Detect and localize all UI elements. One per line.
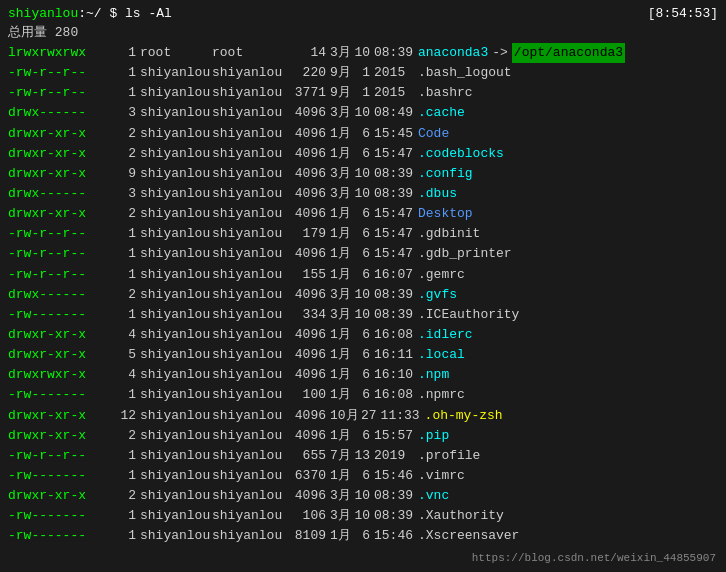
file-links: 1 [118,385,136,405]
file-name: .ICEauthority [418,305,519,325]
file-links: 1 [118,244,136,264]
file-group: shiyanlou [212,426,284,446]
file-time: 15:46 [374,526,414,546]
file-name: .gdbinit [418,224,480,244]
file-month: 1月 [330,426,352,446]
file-month: 3月 [330,305,352,325]
file-size: 8109 [284,526,326,546]
file-row: drwxrwxr-x 4 shiyanlou shiyanlou4096 1月6… [8,365,718,385]
file-name: .npm [418,365,449,385]
file-month: 1月 [330,365,352,385]
file-day: 6 [352,345,370,365]
file-name: .cache [418,103,465,123]
file-month: 1月 [330,224,352,244]
file-perms: drwx------ [8,103,118,123]
file-links: 1 [118,466,136,486]
file-owner: shiyanlou [140,325,212,345]
file-owner: root [140,43,212,63]
file-time: 2015 [374,63,414,83]
file-day: 6 [352,526,370,546]
file-row: drwxr-xr-x 2 shiyanlou shiyanlou4096 1月6… [8,144,718,164]
file-time: 15:57 [374,426,414,446]
symlink-target: /opt/anaconda3 [512,43,625,63]
file-size: 3771 [284,83,326,103]
file-perms: drwxr-xr-x [8,406,118,426]
file-day: 6 [352,325,370,345]
file-day: 6 [352,365,370,385]
file-day: 6 [352,265,370,285]
file-size: 6370 [284,466,326,486]
file-group: shiyanlou [212,466,284,486]
file-links: 1 [118,305,136,325]
file-month: 3月 [330,184,352,204]
file-row: -rw-r--r-- 1 shiyanlou shiyanlou655 7月13… [8,446,718,466]
file-links: 2 [118,124,136,144]
file-row: drwxr-xr-x 9 shiyanlou shiyanlou4096 3月1… [8,164,718,184]
file-day: 6 [352,124,370,144]
file-size: 4096 [284,486,326,506]
file-size: 100 [284,385,326,405]
file-group: shiyanlou [212,265,284,285]
file-list: lrwxrwxrwx 1 root root14 3月1008:39anacon… [8,43,718,547]
file-row: -rw-r--r-- 1 shiyanlou shiyanlou3771 9月1… [8,83,718,103]
file-row: -rw------- 1 shiyanlou shiyanlou8109 1月6… [8,526,718,546]
file-day: 6 [352,426,370,446]
file-links: 2 [118,204,136,224]
file-group: shiyanlou [212,406,284,426]
file-time: 15:46 [374,466,414,486]
file-day: 10 [352,103,370,123]
file-size: 4096 [284,184,326,204]
file-links: 4 [118,365,136,385]
file-name: .config [418,164,473,184]
file-month: 3月 [330,506,352,526]
file-perms: -rw------- [8,305,118,325]
file-size: 4096 [284,365,326,385]
file-month: 3月 [330,486,352,506]
file-size: 4096 [284,204,326,224]
file-name: .profile [418,446,480,466]
file-links: 2 [118,486,136,506]
file-name: .gdb_printer [418,244,512,264]
file-row: drwx------ 3 shiyanlou shiyanlou4096 3月1… [8,184,718,204]
file-group: shiyanlou [212,83,284,103]
file-links: 1 [118,526,136,546]
file-month: 10月 [330,406,359,426]
file-size: 179 [284,224,326,244]
file-perms: drwxr-xr-x [8,345,118,365]
file-owner: shiyanlou [140,184,212,204]
file-owner: shiyanlou [140,204,212,224]
file-perms: -rw-r--r-- [8,446,118,466]
file-month: 3月 [330,164,352,184]
file-size: 4096 [284,244,326,264]
file-month: 1月 [330,265,352,285]
file-owner: shiyanlou [140,406,212,426]
file-row: drwxr-xr-x 2 shiyanlou shiyanlou4096 1月6… [8,426,718,446]
file-row: drwxr-xr-x 2 shiyanlou shiyanlou4096 1月6… [8,204,718,224]
file-size: 220 [284,63,326,83]
file-perms: drwxrwxr-x [8,365,118,385]
file-row: -rw-r--r-- 1 shiyanlou shiyanlou179 1月61… [8,224,718,244]
file-name: .bashrc [418,83,473,103]
file-time: 16:08 [374,385,414,405]
file-day: 6 [352,466,370,486]
file-owner: shiyanlou [140,365,212,385]
file-group: shiyanlou [212,345,284,365]
file-time: 08:39 [374,43,414,63]
file-links: 5 [118,345,136,365]
file-row: drwxr-xr-x 2 shiyanlou shiyanlou4096 1月6… [8,124,718,144]
file-group: shiyanlou [212,506,284,526]
file-month: 3月 [330,103,352,123]
file-group: shiyanlou [212,63,284,83]
file-perms: -rw------- [8,526,118,546]
file-month: 1月 [330,526,352,546]
file-size: 655 [284,446,326,466]
file-time: 16:07 [374,265,414,285]
file-row: drwxr-xr-x 12 shiyanlou shiyanlou4096 10… [8,406,718,426]
file-name: .pip [418,426,449,446]
file-day: 6 [352,224,370,244]
file-month: 3月 [330,285,352,305]
file-links: 2 [118,144,136,164]
file-size: 4096 [284,164,326,184]
file-time: 11:33 [381,406,421,426]
file-owner: shiyanlou [140,285,212,305]
